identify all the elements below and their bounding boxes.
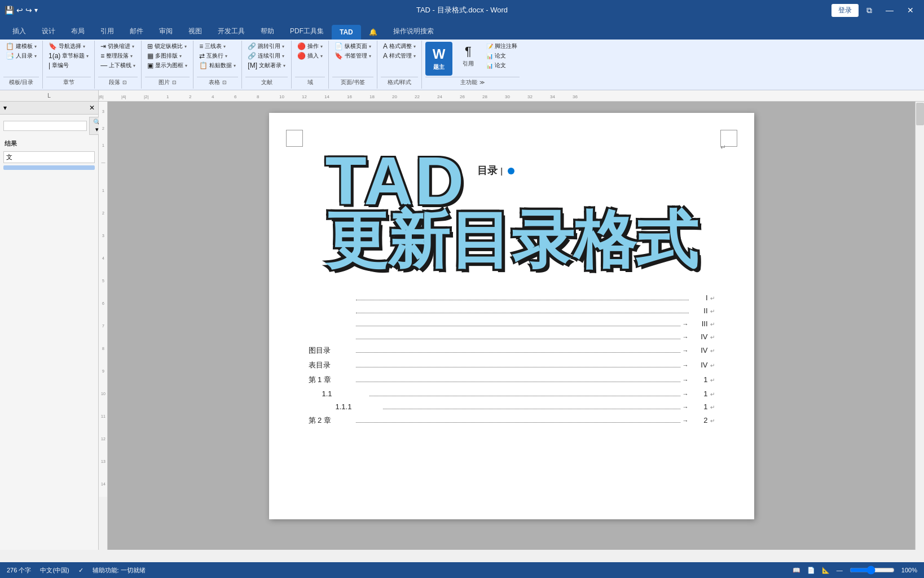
cite-icon: [M]	[248, 62, 257, 69]
ruler-scale: |6| |4| |2| 1 2 4 6 8 10 12 14 16 18 20 …	[99, 90, 924, 102]
toc-entry-4: → IV ↵	[309, 332, 715, 341]
btn-label: 导航选择	[59, 42, 81, 50]
btn-cont-ref[interactable]: 🔗 连续引用 ▾	[245, 51, 288, 60]
vertical-scrollbar[interactable]	[915, 102, 924, 550]
btn-label: 上下横线	[109, 62, 131, 69]
btn-label: 引用	[463, 60, 474, 68]
toc-label: 1.1	[322, 389, 367, 398]
tidy-icon: ≡	[100, 52, 104, 60]
toc-entry-10: 第 2 章 → 2 ↵	[309, 415, 715, 426]
btn-multi-img[interactable]: ▦ 多图排版 ▾	[145, 51, 190, 60]
tab-pdf[interactable]: PDF工具集	[282, 23, 332, 40]
tab-references[interactable]: 引用	[93, 23, 122, 40]
expand-icon[interactable]: ⊡	[122, 80, 127, 85]
btn-tidy-para[interactable]: ≡ 整理段落 ▾	[98, 51, 138, 60]
svg-text:3: 3	[102, 234, 104, 238]
btn-paper2[interactable]: 📊 论文	[484, 61, 520, 70]
expand-icon[interactable]: ⊡	[172, 80, 177, 85]
tab-mailing[interactable]: 邮件	[122, 23, 151, 40]
search-input[interactable]	[3, 121, 87, 131]
toc-dots	[356, 367, 680, 367]
undo-icon[interactable]: ↩	[16, 6, 23, 15]
redo-icon[interactable]: ↪	[25, 6, 32, 15]
btn-main-ref[interactable]: ¶ 引用	[455, 42, 482, 70]
btn-label: 纵横页面	[345, 42, 367, 50]
btn-swap-row[interactable]: ⇄ 互换行 ▾	[197, 51, 238, 60]
btn-style-manage[interactable]: A 样式管理 ▾	[381, 51, 418, 60]
tab-review[interactable]: 审阅	[151, 23, 181, 40]
tab-bell[interactable]: 🔔	[361, 25, 385, 40]
tab-search[interactable]: 操作说明搜索	[385, 23, 442, 40]
panel-header: ▾ ✕	[0, 102, 98, 115]
btn-chapter-title[interactable]: 1(a) 章节标题 ▾	[46, 51, 91, 60]
title-bar: 💾 ↩ ↪ ▾ TAD - 目录格式.docx - Word 登录 ⧉ — ✕	[0, 0, 924, 20]
btn-page-orient[interactable]: 📄 纵横页面 ▾	[332, 42, 373, 51]
btn-img-frame[interactable]: ▣ 显示为图框 ▾	[145, 61, 190, 70]
login-button[interactable]: 登录	[831, 4, 859, 17]
tab-design[interactable]: 设计	[34, 23, 63, 40]
toc-dots	[356, 422, 680, 423]
tab-developer[interactable]: 开发工具	[210, 23, 253, 40]
tab-insert[interactable]: 插入	[5, 23, 34, 40]
expand-icon[interactable]: ≫	[479, 80, 485, 85]
ribbon-group-reference: 🔗 跳转引用 ▾ 🔗 连续引用 ▾ [M] 文献著录 ▾ 文献	[242, 41, 292, 89]
btn-triple-table[interactable]: ≡ 三线表 ▾	[197, 42, 238, 51]
btn-paper1[interactable]: 📊 论文	[484, 51, 520, 60]
expand-icon[interactable]: ⊡	[222, 80, 227, 85]
svg-text:|4|: |4|	[121, 94, 126, 99]
btn-label: 论文	[495, 52, 506, 60]
btn-paste-data[interactable]: 📋 粘贴数据 ▾	[197, 61, 238, 70]
print-view-icon[interactable]: 📄	[807, 567, 815, 574]
close-button[interactable]: ✕	[901, 5, 919, 16]
ribbon-group-chapter: 🔖 导航选择 ▾ 1(a) 章节标题 ▾ | 章编号 章节	[43, 41, 95, 89]
scrollbar-thumb[interactable]	[916, 103, 924, 125]
indent-icon: ⇥	[100, 42, 106, 50]
web-view-icon[interactable]: 📐	[822, 567, 830, 574]
restore-button[interactable]: ⧉	[861, 5, 878, 16]
multi-img-icon: ▦	[147, 52, 153, 60]
btn-field-op[interactable]: 🔴 操作 ▾	[295, 42, 325, 51]
minimize-button[interactable]: —	[880, 5, 899, 16]
save-icon[interactable]: 💾	[5, 6, 14, 15]
btn-main-w[interactable]: W 题主	[425, 42, 452, 76]
zoom-percent: 100%	[901, 567, 917, 573]
customize-icon[interactable]: ▾	[34, 6, 38, 14]
zoom-slider[interactable]	[850, 566, 895, 575]
svg-text:1: 1	[166, 94, 169, 99]
ruler-corner: L	[0, 90, 99, 102]
btn-insert-toc[interactable]: 📑 人目录 ▾	[3, 51, 39, 60]
panel-dropdown-icon[interactable]: ▾	[3, 104, 7, 112]
btn-nav-select[interactable]: 🔖 导航选择 ▾	[46, 42, 91, 51]
btn-create-template[interactable]: 📋 建模板 ▾	[3, 42, 39, 51]
tab-tad[interactable]: TAD	[332, 25, 361, 40]
btn-jump-ref[interactable]: 🔗 跳转引用 ▾	[245, 42, 288, 51]
template-icon: 📋	[6, 42, 14, 50]
btn-format-adjust[interactable]: A 格式调整 ▾	[381, 42, 418, 51]
group-label-field: 域	[295, 77, 325, 87]
btn-field-insert[interactable]: 🔴 插入 ▾	[295, 51, 325, 60]
panel-close-icon[interactable]: ✕	[89, 104, 95, 112]
btn-h-line[interactable]: — 上下横线 ▾	[98, 61, 138, 70]
svg-text:14: 14	[324, 94, 329, 99]
toc-page: IV	[691, 346, 708, 354]
btn-cite[interactable]: [M] 文献著录 ▾	[245, 61, 288, 70]
btn-lock-ratio[interactable]: ⊞ 锁定纵横比 ▾	[145, 42, 190, 51]
panel-highlight[interactable]	[3, 165, 95, 170]
btn-chapter-num[interactable]: | 章编号	[46, 61, 91, 70]
tab-layout[interactable]: 布局	[63, 23, 93, 40]
btn-label: 章节标题	[62, 52, 85, 60]
ribbon-group-page: 📄 纵横页面 ▾ 🔖 书签管理 ▾ 页面/书签	[329, 41, 377, 89]
svg-text:4: 4	[102, 256, 104, 260]
page-corner-left	[286, 130, 303, 147]
tab-view[interactable]: 视图	[181, 23, 210, 40]
btn-footnote[interactable]: 📝 脚注注释	[484, 42, 520, 51]
svg-text:3: 3	[102, 110, 104, 113]
group-label-reference: 文献	[245, 77, 288, 87]
btn-indent[interactable]: ⇥ 切换缩进 ▾	[98, 42, 138, 51]
read-view-icon[interactable]: 📖	[793, 567, 800, 574]
svg-text:30: 30	[505, 94, 510, 99]
status-bar: 276 个字 中文(中国) ✓ 辅助功能: 一切就绪 📖 📄 📐 — 100%	[0, 562, 924, 578]
btn-bookmark[interactable]: 🔖 书签管理 ▾	[332, 51, 373, 60]
tab-help[interactable]: 帮助	[253, 23, 282, 40]
document-area[interactable]: ↵ TAD 目录 | 更新目录格式	[108, 102, 915, 550]
